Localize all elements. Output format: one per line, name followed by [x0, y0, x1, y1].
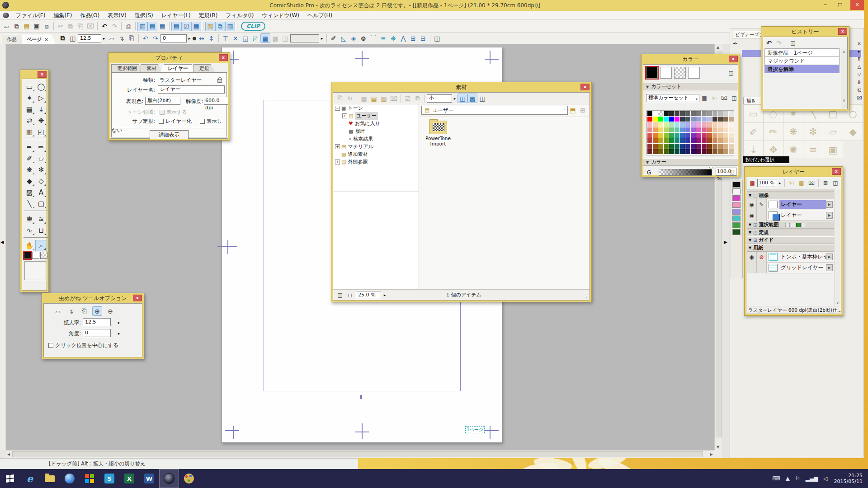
color-swatch[interactable] — [658, 133, 663, 138]
menu-item-6[interactable]: 定規(R) — [195, 11, 222, 20]
tree-item-検索結果[interactable]: ⌕検索結果 — [333, 135, 419, 143]
color-swatch[interactable] — [647, 127, 652, 132]
color-swatch[interactable] — [664, 144, 669, 149]
color-swatch[interactable] — [723, 111, 728, 116]
g-slider[interactable] — [659, 169, 712, 176]
layer-section-用紙[interactable]: ▼用紙 — [747, 244, 834, 252]
mini-swatch[interactable] — [732, 202, 741, 208]
grid-icon[interactable]: ▦ — [260, 33, 270, 43]
history-item[interactable]: 新規作品 - 1ページ — [764, 48, 840, 57]
page-icon[interactable]: ▱ — [53, 306, 63, 316]
hand-tool[interactable]: ✋ — [24, 240, 35, 251]
eye-icon[interactable] — [747, 263, 757, 273]
color-swatch[interactable] — [685, 149, 690, 154]
beginners-expand-icon[interactable]: ▸ — [858, 49, 860, 54]
color-swatch[interactable] — [707, 149, 712, 154]
color-swatch[interactable] — [707, 144, 712, 149]
zoom-level-input[interactable]: 12.5 — [78, 34, 101, 42]
color-palette-icon[interactable]: ▦ — [191, 22, 201, 31]
color-swatch[interactable] — [718, 133, 723, 138]
open-material-icon[interactable]: ▥ — [379, 94, 389, 103]
snap-guide-icon[interactable]: ◸ — [250, 33, 260, 43]
color-swatch[interactable] — [729, 122, 734, 127]
preview-window-icon[interactable]: ▦ — [157, 22, 167, 31]
angle-input[interactable]: 0 — [83, 329, 111, 337]
history-redo-icon[interactable]: ↷ — [774, 38, 784, 47]
scroll-right-arrow[interactable]: ▶ — [710, 452, 713, 456]
history-menu-icon[interactable]: ◫ — [788, 38, 798, 47]
start-button[interactable] — [0, 469, 20, 488]
color-swatch[interactable] — [658, 149, 663, 154]
color-swatch[interactable] — [664, 127, 669, 132]
layer-section-画像[interactable]: ▼▢画像 — [747, 192, 834, 199]
color-swatch[interactable] — [685, 133, 690, 138]
color-swatch[interactable] — [729, 133, 734, 138]
eye-icon[interactable]: ◉ — [747, 210, 757, 221]
color-swatch[interactable] — [712, 117, 717, 122]
tree-item-ユーザー[interactable]: +▤ユーザー — [333, 112, 419, 120]
main-color-well[interactable] — [646, 67, 658, 79]
object-selector-tool[interactable]: ▷ — [35, 92, 47, 103]
mini-swatch[interactable] — [732, 216, 741, 221]
gray-palette-icon[interactable]: ☑ — [181, 22, 191, 31]
beginners-edit-icon[interactable]: ⎗ — [858, 87, 861, 93]
close-button[interactable]: ✕ — [850, 0, 864, 10]
properties-tab-素材[interactable]: 素材 — [141, 64, 162, 73]
history-title[interactable]: ヒストリー — [761, 27, 849, 37]
color-swatch[interactable] — [675, 138, 679, 143]
object-move-tool[interactable]: ◰ — [35, 126, 47, 137]
color-swatch[interactable] — [658, 138, 663, 143]
color-menu-icon[interactable]: ◫ — [726, 68, 736, 78]
color-swatch[interactable] — [696, 138, 701, 143]
layer-name[interactable]: グリッドレイヤー — [779, 263, 826, 272]
refresh-icon[interactable]: ↻ — [345, 94, 355, 103]
triangle-ruler-icon[interactable]: ◺ — [339, 33, 349, 43]
color-swatch[interactable] — [653, 133, 658, 138]
color-swatch[interactable] — [680, 117, 685, 122]
properties-tab-選択範囲[interactable]: 選択範囲 — [111, 64, 143, 73]
hidden-icons-tray-icon[interactable]: ▲ — [786, 475, 790, 482]
color-swatch[interactable] — [647, 111, 652, 116]
materials-zoom-input[interactable]: 25.0 % — [356, 291, 381, 299]
snap-ruler-icon[interactable]: ◱ — [241, 33, 250, 43]
color-swatch[interactable] — [669, 149, 674, 154]
color-mode-value[interactable]: 黒白(2bit) — [145, 97, 180, 105]
color-swatch[interactable] — [723, 144, 728, 149]
tree-item-追加素材[interactable]: ▤追加素材 — [333, 150, 419, 158]
gradient-tool[interactable]: ▨ — [24, 187, 35, 198]
color-swatch[interactable] — [707, 127, 712, 132]
color-swatch[interactable] — [696, 127, 701, 132]
layer-row[interactable]: ◉⊘トンボ・基本枠レイヤー▶ — [747, 252, 834, 263]
properties-tab-定規[interactable]: 定規 — [193, 64, 215, 73]
menu-item-2[interactable]: 作品(O) — [76, 11, 104, 20]
layer-name-input[interactable]: レイヤー — [158, 85, 225, 94]
layer-row[interactable]: ◉レイヤー▶ — [747, 210, 834, 221]
color-swatch[interactable] — [718, 144, 723, 149]
color-swatch[interactable] — [729, 149, 734, 154]
color-swatch[interactable] — [685, 144, 690, 149]
pattern-brush-tool[interactable]: ✻ — [35, 164, 47, 175]
delete-material-icon[interactable]: ⌧ — [389, 94, 399, 103]
delete-layer-icon[interactable]: ⌧ — [807, 178, 816, 188]
undo-icon[interactable]: ↶ — [99, 22, 109, 31]
delete-color-icon[interactable]: ⌧ — [719, 93, 729, 103]
menu-item-9[interactable]: ヘルプ(H) — [303, 11, 336, 20]
pen-tool[interactable]: ✒ — [24, 141, 35, 153]
g-menu-icon[interactable]: ◫ — [727, 167, 737, 176]
menu-item-4[interactable]: 選択(S) — [131, 11, 157, 20]
save-icon[interactable]: ▣ — [32, 22, 42, 31]
color-swatch[interactable] — [712, 111, 717, 116]
color-swatch[interactable] — [669, 122, 674, 127]
beginners-prev-icon[interactable]: △ — [858, 64, 861, 69]
snap-off-icon[interactable]: ✕ — [231, 33, 241, 43]
menu-item-8[interactable]: ウィンドウ(W) — [258, 11, 303, 20]
beginners-material-icon[interactable]: ▣ — [823, 141, 843, 159]
tree-item-トーン[interactable]: −▦トーン — [333, 104, 419, 112]
color-swatch[interactable] — [647, 144, 652, 149]
color-swatch[interactable] — [675, 111, 679, 116]
color-swatch[interactable] — [675, 133, 679, 138]
color-swatch[interactable] — [685, 117, 690, 122]
brush-tool[interactable]: ❋ — [24, 164, 35, 175]
spinner-arrow[interactable]: ▸ — [187, 36, 192, 41]
stamp-tool[interactable]: ⊔ — [35, 225, 47, 236]
